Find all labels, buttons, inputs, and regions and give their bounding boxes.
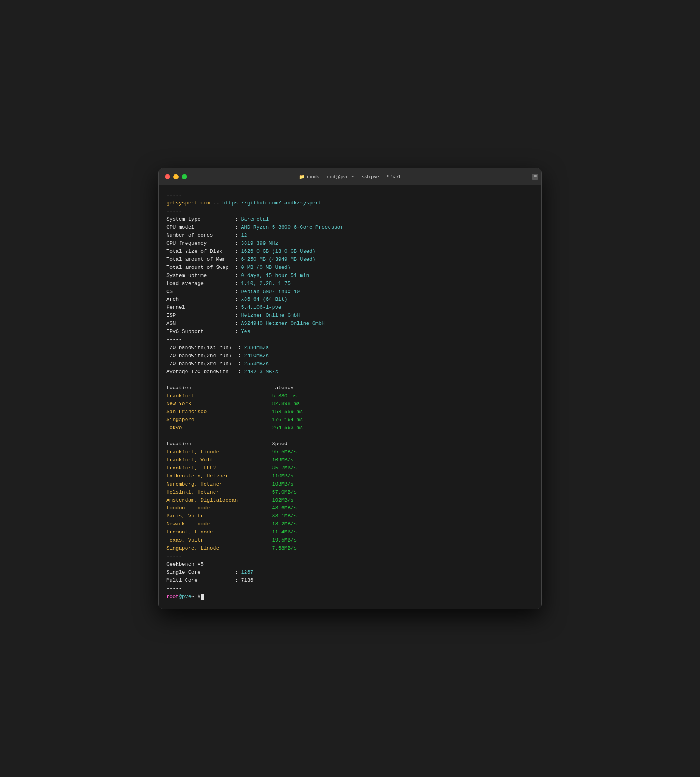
latency-row-4: Singapore 176.164 ms — [167, 416, 533, 424]
traffic-lights — [165, 174, 187, 179]
mem-line: Total amount of Mem : 64250 MB (43949 MB… — [167, 256, 533, 264]
close-button[interactable] — [165, 174, 170, 179]
latency-row-2: New York 82.898 ms — [167, 400, 533, 408]
window-title: 📁 iandk — root@pve: ~ — ssh pve — 97×51 — [299, 174, 401, 179]
arch-line: Arch : x86_64 (64 Bit) — [167, 296, 533, 304]
svg-rect-0 — [533, 175, 537, 176]
latency-header: Location Latency — [167, 384, 533, 392]
io3-line: I/O bandwith(3rd run) : 2553MB/s — [167, 360, 533, 368]
io2-line: I/O bandwith(2nd run) : 2410MB/s — [167, 352, 533, 360]
separator-3: ----- — [167, 336, 533, 344]
speed-row-10: Newark, Linode 18.2MB/s — [167, 520, 533, 528]
separator-5: ----- — [167, 432, 533, 440]
latency-row-5: Tokyo 264.563 ms — [167, 424, 533, 432]
terminal-window: 📁 iandk — root@pve: ~ — ssh pve — 97×51 … — [158, 168, 542, 609]
prompt-line: root@pve ~ # — [167, 593, 533, 601]
load-line: Load average : 1.10, 2.28, 1.75 — [167, 280, 533, 288]
ipv6-line: IPv6 Support : Yes — [167, 328, 533, 336]
multi-core-line: Multi Core : 7186 — [167, 577, 533, 585]
prompt-path: ~ # — [191, 593, 200, 601]
urls-line: getsysperf.com -- https://github.com/ian… — [167, 199, 533, 207]
speed-row-1: Frankfurt, Linode 95.5MB/s — [167, 448, 533, 456]
minimize-button[interactable] — [173, 174, 178, 179]
prompt-at: @pve — [178, 593, 191, 601]
speed-row-9: Paris, Vultr 88.1MB/s — [167, 512, 533, 520]
io-avg-line: Average I/O bandwith : 2432.3 MB/s — [167, 368, 533, 376]
speed-row-3: Frankfurt, TELE2 85.7MB/s — [167, 465, 533, 473]
cursor — [201, 594, 204, 600]
asn-line: ASN : AS24940 Hetzner Online GmbH — [167, 320, 533, 328]
isp-line: ISP : Hetzner Online GmbH — [167, 312, 533, 320]
latency-row-3: San Francisco 153.559 ms — [167, 408, 533, 416]
maximize-button[interactable] — [182, 174, 187, 179]
speed-row-6: Helsinki, Hetzner 57.0MB/s — [167, 489, 533, 497]
single-core-line: Single Core : 1267 — [167, 569, 533, 577]
scroll-indicator — [532, 174, 538, 180]
kernel-line: Kernel : 5.4.106-1-pve — [167, 304, 533, 312]
speed-row-13: Singapore, Linode 7.68MB/s — [167, 545, 533, 553]
speed-header: Location Speed — [167, 440, 533, 448]
separator-2: ----- — [167, 207, 533, 216]
speed-row-2: Frankfurt, Vultr 109MB/s — [167, 456, 533, 465]
cpu-model-line: CPU model : AMD Ryzen 5 3600 6-Core Proc… — [167, 224, 533, 232]
speed-row-12: Texas, Vultr 19.5MB/s — [167, 536, 533, 545]
speed-row-7: Amsterdam, Digitalocean 102MB/s — [167, 497, 533, 505]
folder-icon: 📁 — [299, 174, 305, 179]
speed-row-4: Falkenstein, Hetzner 110MB/s — [167, 473, 533, 481]
latency-row-1: Frankfurt 5.380 ms — [167, 392, 533, 400]
terminal-content: ----- getsysperf.com -- https://github.c… — [159, 185, 541, 608]
cores-line: Number of cores : 12 — [167, 232, 533, 240]
separator-4: ----- — [167, 376, 533, 384]
separator-6: ----- — [167, 553, 533, 561]
svg-rect-1 — [533, 176, 537, 177]
io1-line: I/O bandwith(1st run) : 2334MB/s — [167, 344, 533, 352]
speed-row-11: Fremont, Linode 11.4MB/s — [167, 528, 533, 536]
prompt-user: root — [167, 593, 178, 601]
url1: getsysperf.com — [167, 200, 210, 206]
speed-row-5: Nuremberg, Hetzner 103MB/s — [167, 481, 533, 489]
svg-rect-2 — [533, 177, 537, 178]
os-line: OS : Debian GNU/Linux 10 — [167, 288, 533, 296]
titlebar: 📁 iandk — root@pve: ~ — ssh pve — 97×51 — [159, 168, 541, 185]
separator-7: ----- — [167, 585, 533, 593]
geekbench-label: Geekbench v5 — [167, 561, 533, 569]
speed-row-8: London, Linode 48.6MB/s — [167, 504, 533, 512]
url2: https://github.com/iandk/sysperf — [222, 200, 322, 206]
system-type-line: System type : Baremetal — [167, 216, 533, 224]
disk-line: Total size of Disk : 1626.0 GB (18.0 GB … — [167, 248, 533, 256]
uptime-line: System uptime : 0 days, 15 hour 51 min — [167, 272, 533, 280]
swap-line: Total amount of Swap : 0 MB (0 MB Used) — [167, 264, 533, 272]
cpu-freq-line: CPU frequency : 3819.399 MHz — [167, 240, 533, 248]
separator-1: ----- — [167, 191, 533, 199]
